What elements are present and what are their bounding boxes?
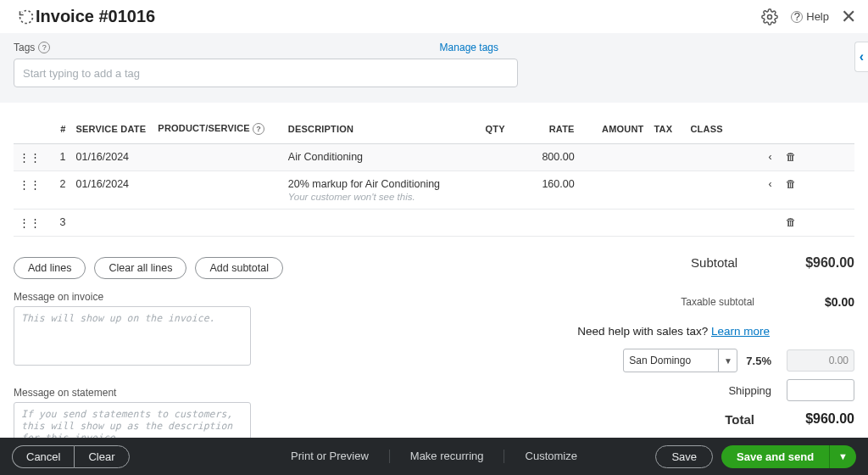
gear-icon[interactable] (760, 8, 779, 26)
delete-row-icon[interactable]: 🗑 (781, 210, 803, 237)
col-description: DESCRIPTION (283, 118, 457, 144)
sales-tax-help: Need help with sales tax? Learn more (577, 325, 770, 338)
row-collapse-icon[interactable]: ‹ (763, 144, 780, 171)
drag-handle-icon[interactable]: ⋮⋮ (14, 144, 47, 171)
save-and-send-caret[interactable]: ▼ (829, 445, 856, 468)
table-row[interactable]: ⋮⋮ 1 01/16/2024 Air Conditioning 800.00 … (14, 144, 854, 171)
row-collapse-icon[interactable]: ‹ (763, 171, 780, 210)
message-invoice-label: Message on invoice (14, 291, 268, 303)
customize-link[interactable]: Customize (526, 450, 577, 463)
col-tax: TAX (648, 118, 685, 144)
clear-button[interactable]: Clear (74, 445, 129, 468)
shipping-input[interactable] (787, 379, 854, 401)
print-preview-link[interactable]: Print or Preview (291, 450, 369, 463)
col-rate: RATE (510, 118, 580, 144)
table-row[interactable]: ⋮⋮ 3 🗑 (14, 210, 854, 237)
history-icon[interactable] (17, 8, 36, 26)
help-icon: ? (791, 11, 803, 23)
total-label: Total (725, 412, 754, 427)
save-button[interactable]: Save (655, 445, 713, 468)
subtotal-label: Subtotal (691, 255, 737, 270)
tags-help-icon[interactable]: ? (38, 42, 50, 53)
tax-rate-value: 7.5% (746, 355, 771, 367)
cancel-button[interactable]: Cancel (12, 445, 74, 468)
subtotal-value: $960.00 (805, 255, 854, 271)
total-value: $960.00 (770, 411, 854, 427)
clear-all-lines-button[interactable]: Clear all lines (94, 257, 186, 279)
message-statement-label: Message on statement (14, 387, 268, 399)
col-product-service: PRODUCT/SERVICE ? (153, 118, 282, 144)
make-recurring-link[interactable]: Make recurring (410, 450, 484, 463)
page-title: Invoice #01016 (36, 7, 155, 26)
col-qty: QTY (456, 118, 509, 144)
tax-amount-display (787, 349, 854, 372)
save-and-send-button[interactable]: Save and send (721, 445, 829, 468)
chevron-down-icon: ▼ (718, 349, 737, 372)
tax-jurisdiction-select[interactable]: San Domingo ▼ (623, 349, 737, 372)
col-number: # (47, 118, 71, 144)
message-invoice-input[interactable] (14, 306, 251, 366)
delete-row-icon[interactable]: 🗑 (781, 171, 803, 210)
line-items-table: # SERVICE DATE PRODUCT/SERVICE ? DESCRIP… (14, 118, 854, 237)
manage-tags-link[interactable]: Manage tags (440, 42, 498, 53)
add-lines-button[interactable]: Add lines (14, 257, 86, 279)
drag-handle-icon[interactable]: ⋮⋮ (14, 210, 47, 237)
help-label: Help (806, 10, 829, 23)
help-button[interactable]: ? Help (787, 10, 829, 23)
taxable-subtotal-value: $0.00 (770, 295, 854, 309)
svg-point-0 (768, 14, 772, 19)
table-row[interactable]: ⋮⋮ 2 01/16/2024 20% markup for Air Condi… (14, 171, 854, 210)
add-subtotal-button[interactable]: Add subtotal (195, 257, 283, 279)
shipping-label: Shipping (728, 384, 771, 397)
tags-input[interactable] (14, 59, 518, 87)
delete-row-icon[interactable]: 🗑 (781, 144, 803, 171)
sales-tax-learn-more-link[interactable]: Learn more (711, 325, 770, 338)
taxable-subtotal-label: Taxable subtotal (681, 296, 754, 308)
product-service-help-icon[interactable]: ? (253, 123, 264, 135)
drag-handle-icon[interactable]: ⋮⋮ (14, 171, 47, 210)
col-service-date: SERVICE DATE (71, 118, 153, 144)
col-amount: AMOUNT (580, 118, 649, 144)
collapse-panel-button[interactable] (854, 42, 868, 72)
close-icon[interactable]: ✕ (841, 8, 856, 26)
tags-label: Tags (14, 42, 35, 53)
col-class: CLASS (685, 118, 763, 144)
